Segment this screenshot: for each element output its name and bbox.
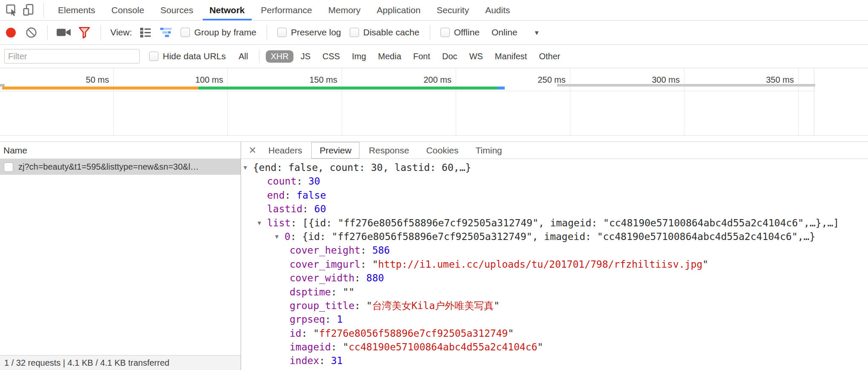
device-toolbar-icon[interactable] bbox=[20, 2, 37, 19]
filter-type-manifest[interactable]: Manifest bbox=[490, 50, 532, 63]
filter-type-img[interactable]: Img bbox=[347, 50, 371, 63]
inspect-element-icon[interactable] bbox=[3, 2, 20, 19]
main-tab-bar: ElementsConsoleSourcesNetworkPerformance… bbox=[0, 0, 868, 20]
details-tab-headers[interactable]: Headers bbox=[261, 142, 310, 159]
waterfall-overview-icon bbox=[159, 26, 172, 39]
disable-cache-label: Disable cache bbox=[363, 27, 420, 38]
json-plain: : bbox=[302, 203, 314, 214]
json-number: 31 bbox=[331, 355, 343, 366]
ruler-tick-label: 100 ms bbox=[159, 72, 223, 88]
json-number: 586 bbox=[372, 245, 390, 256]
camera-icon bbox=[56, 27, 72, 38]
ruler-tick-label: 150 ms bbox=[273, 72, 337, 88]
throttling-select[interactable]: Online bbox=[491, 27, 517, 38]
tab-application[interactable]: Application bbox=[370, 0, 428, 20]
disable-cache-option: Disable cache bbox=[350, 27, 420, 38]
preview-tree-line: lastid: 60 bbox=[241, 202, 868, 216]
name-header-label: Name bbox=[3, 145, 27, 156]
preview-tree-line: cover_height: 586 bbox=[241, 243, 868, 257]
preserve-log-checkbox[interactable] bbox=[277, 28, 287, 37]
json-number: 30 bbox=[308, 176, 320, 187]
close-icon[interactable]: ✕ bbox=[245, 145, 260, 156]
filter-type-all[interactable]: All bbox=[234, 50, 253, 63]
preview-tree-line: id: "ff276e8056f58896e7cf92505a312749" bbox=[241, 327, 868, 340]
json-plain: : bbox=[290, 217, 302, 228]
json-key: dsptime bbox=[290, 286, 331, 298]
requests-panel: Name zj?ch=beauty&t1=595&listtype=new&sn… bbox=[0, 142, 241, 370]
json-plain: : bbox=[325, 314, 337, 325]
disclosure-triangle-icon[interactable]: ▼ bbox=[242, 161, 248, 174]
tab-network[interactable]: Network bbox=[203, 0, 252, 20]
overview-right-edge bbox=[814, 68, 814, 135]
request-row-checkbox[interactable] bbox=[4, 162, 13, 172]
preview-tree-line[interactable]: ▼0: {id: "ff276e8056f58896e7cf92505a3127… bbox=[241, 230, 868, 243]
hide-data-urls-checkbox[interactable] bbox=[149, 52, 158, 61]
timeline-overview[interactable]: 50 ms100 ms150 ms200 ms250 ms300 ms350 m… bbox=[0, 68, 868, 136]
offline-option: Offline bbox=[440, 27, 480, 38]
disclosure-triangle-icon[interactable]: ▼ bbox=[256, 216, 262, 230]
details-tab-timing[interactable]: Timing bbox=[468, 142, 510, 159]
tab-security[interactable]: Security bbox=[430, 0, 476, 20]
tab-elements[interactable]: Elements bbox=[51, 0, 102, 20]
request-rows-view-button[interactable] bbox=[138, 24, 154, 41]
filter-button[interactable] bbox=[76, 24, 92, 41]
filter-type-font[interactable]: Font bbox=[408, 50, 435, 63]
json-quote: " bbox=[313, 328, 319, 339]
filter-type-ws[interactable]: WS bbox=[465, 50, 488, 63]
capture-screenshots-button[interactable] bbox=[56, 24, 72, 41]
request-bar-content bbox=[198, 87, 497, 90]
json-string: 台湾美女Kila户外唯美写真 bbox=[372, 300, 494, 311]
ruler-gridline bbox=[570, 68, 570, 135]
filter-type-js[interactable]: JS bbox=[296, 50, 315, 63]
request-row[interactable]: zj?ch=beauty&t1=595&listtype=new&sn=30&l… bbox=[0, 159, 241, 175]
details-tab-cookies[interactable]: Cookies bbox=[419, 142, 466, 159]
request-bar-tip bbox=[497, 87, 504, 90]
filter-type-doc[interactable]: Doc bbox=[437, 50, 462, 63]
network-main-panel: Name zj?ch=beauty&t1=595&listtype=new&sn… bbox=[0, 142, 868, 370]
list-rows-icon bbox=[139, 26, 152, 39]
preview-tree-line[interactable]: ▼{end: false, count: 30, lastid: 60,…} bbox=[241, 161, 868, 174]
details-tab-list: HeadersPreviewResponseCookiesTiming bbox=[260, 142, 511, 159]
json-plain: : bbox=[360, 259, 372, 270]
filter-input[interactable] bbox=[4, 49, 140, 64]
view-label: View: bbox=[110, 27, 132, 38]
record-button[interactable] bbox=[3, 24, 19, 41]
name-column-header[interactable]: Name bbox=[0, 142, 241, 159]
tab-performance[interactable]: Performance bbox=[254, 0, 319, 20]
ruler-tick-label: 200 ms bbox=[388, 72, 451, 88]
json-plain: : bbox=[331, 286, 343, 298]
chevron-down-icon[interactable]: ▼ bbox=[534, 29, 540, 36]
json-key: index bbox=[290, 355, 319, 366]
details-tab-bar: ✕ HeadersPreviewResponseCookiesTiming bbox=[241, 142, 868, 159]
divider bbox=[101, 25, 101, 40]
json-quote: " bbox=[508, 328, 514, 339]
group-by-frame-checkbox[interactable] bbox=[181, 28, 190, 37]
filter-type-other[interactable]: Other bbox=[534, 50, 565, 63]
show-overview-button[interactable] bbox=[158, 24, 174, 41]
tab-memory[interactable]: Memory bbox=[322, 0, 368, 20]
details-tab-response[interactable]: Response bbox=[361, 142, 417, 159]
preview-tree-line: index: 31 bbox=[241, 354, 868, 367]
tab-audits[interactable]: Audits bbox=[478, 0, 517, 20]
tab-sources[interactable]: Sources bbox=[154, 0, 200, 20]
preview-tree-line[interactable]: ▼list: [{id: "ff276e8056f58896e7cf92505a… bbox=[241, 216, 868, 230]
request-type-filter-list: AllXHRJSCSSImgMediaFontDocWSManifestOthe… bbox=[233, 49, 566, 63]
json-key: group_title bbox=[290, 300, 354, 311]
filter-type-css[interactable]: CSS bbox=[318, 50, 345, 63]
ruler-gridline bbox=[798, 68, 799, 135]
disclosure-triangle-icon[interactable]: ▼ bbox=[274, 230, 280, 243]
preserve-log-label: Preserve log bbox=[291, 27, 341, 38]
json-key: count bbox=[267, 176, 296, 187]
preview-tree-line: cover_imgurl: "http://i1.umei.cc/uploads… bbox=[241, 257, 868, 271]
json-plain: {end: false, count: 30, lastid: 60,…} bbox=[253, 162, 471, 173]
offline-checkbox[interactable] bbox=[440, 28, 450, 37]
filter-type-xhr[interactable]: XHR bbox=[266, 50, 293, 63]
tab-console[interactable]: Console bbox=[105, 0, 151, 20]
json-quote: " bbox=[494, 300, 500, 311]
clear-button[interactable] bbox=[23, 24, 39, 41]
details-tab-preview[interactable]: Preview bbox=[311, 142, 359, 159]
ruler-gridline bbox=[684, 68, 684, 135]
preview-tree-line: dsptime: "" bbox=[241, 285, 868, 299]
disable-cache-checkbox[interactable] bbox=[350, 28, 359, 37]
filter-type-media[interactable]: Media bbox=[374, 50, 406, 63]
